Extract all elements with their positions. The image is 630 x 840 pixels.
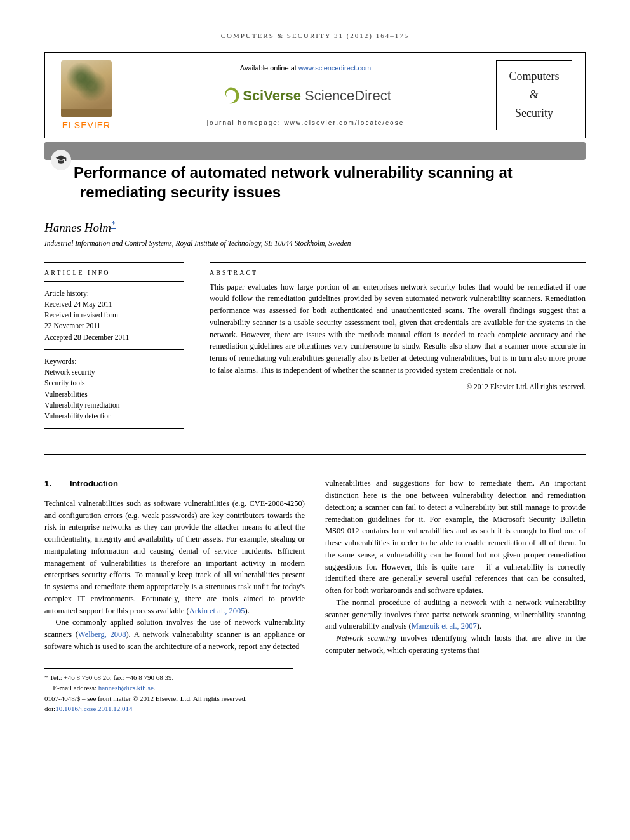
affiliation: Industrial Information and Control Syste… — [44, 239, 586, 247]
accepted-date: Accepted 28 December 2011 — [44, 332, 184, 343]
paper-title: Performance of automated network vulnera… — [44, 163, 586, 202]
available-prefix: Available online at — [240, 64, 298, 72]
corresponding-tel: * Tel.: +46 8 790 68 26; fax: +46 8 790 … — [44, 672, 293, 683]
graduation-cap-icon — [51, 150, 71, 170]
email-link[interactable]: hannesh@ics.kth.se — [98, 684, 154, 691]
sciverse-swirl-icon — [220, 85, 241, 107]
article-history: Article history: Received 24 May 2011 Re… — [44, 282, 184, 350]
doi-link[interactable]: 10.1016/j.cose.2011.12.014 — [55, 705, 133, 712]
issn-line: 0167-4048/$ – see front matter © 2012 El… — [44, 693, 293, 704]
abstract-text: This paper evaluates how large portion o… — [210, 281, 586, 377]
revised-date: 22 November 2011 — [44, 321, 184, 331]
emphasis: Network scanning — [337, 634, 396, 643]
corresponding-author-link[interactable]: * — [111, 220, 116, 229]
journal-title-line1: Computers — [499, 67, 569, 86]
author-name: Hannes Holm* — [44, 220, 586, 235]
publisher-name: ELSEVIER — [62, 120, 111, 130]
keywords-block: Keywords: Network security Security tool… — [44, 350, 184, 429]
revised-label: Received in revised form — [44, 310, 184, 321]
body-paragraph: Network scanning involves identifying wh… — [325, 632, 586, 657]
journal-cover: Computers & Security — [496, 60, 572, 130]
body-paragraph: One commonly applied solution involves t… — [44, 617, 305, 652]
history-label: Article history: — [44, 288, 184, 299]
keyword: Security tools — [44, 378, 184, 389]
corresponding-email: E-mail address: hannesh@ics.kth.se. — [44, 683, 293, 693]
running-head: COMPUTERS & SECURITY 31 (2012) 164–175 — [44, 32, 586, 39]
section-number: 1. — [44, 477, 70, 490]
citation-link[interactable]: Manzuik et al., 2007 — [412, 622, 477, 630]
header-center: Available online at www.sciencedirect.co… — [128, 60, 483, 130]
article-info-heading: ARTICLE INFO — [44, 262, 184, 282]
sciencedirect-link[interactable]: www.sciencedirect.com — [298, 64, 371, 72]
article-info: ARTICLE INFO Article history: Received 2… — [44, 262, 184, 429]
doi-line: doi:10.1016/j.cose.2011.12.014 — [44, 703, 293, 714]
journal-title-line2: & — [499, 86, 569, 104]
sciverse-wordmark: SciVerse ScienceDirect — [243, 88, 391, 104]
keyword: Network security — [44, 367, 184, 378]
divider — [44, 454, 586, 455]
citation-link[interactable]: Arkin et al., 2005 — [189, 606, 245, 615]
available-online: Available online at www.sciencedirect.co… — [240, 64, 371, 72]
received-date: Received 24 May 2011 — [44, 299, 184, 310]
citation-link[interactable]: Welberg, 2008 — [78, 630, 126, 639]
abstract: ABSTRACT This paper evaluates how large … — [210, 262, 586, 429]
keyword: Vulnerabilities — [44, 389, 184, 400]
keyword: Vulnerability remediation — [44, 400, 184, 411]
abstract-copyright: © 2012 Elsevier Ltd. All rights reserved… — [210, 383, 586, 390]
body-paragraph: Technical vulnerabilities such as softwa… — [44, 498, 305, 617]
section-heading: 1.Introduction — [44, 477, 305, 490]
abstract-heading: ABSTRACT — [210, 262, 586, 281]
elsevier-tree-icon — [61, 60, 112, 117]
keywords-label: Keywords: — [44, 356, 184, 367]
keyword: Vulnerability detection — [44, 411, 184, 422]
body-paragraph: The normal procedure of auditing a netwo… — [325, 597, 586, 632]
journal-homepage: journal homepage: www.elsevier.com/locat… — [207, 119, 404, 126]
sciverse-logo: SciVerse ScienceDirect — [220, 85, 391, 107]
body-paragraph: vulnerabilities and suggestions for how … — [325, 477, 586, 597]
journal-title-line3: Security — [499, 104, 569, 123]
publisher-logo: ELSEVIER — [58, 60, 115, 130]
journal-header: ELSEVIER Available online at www.science… — [44, 52, 586, 138]
footnotes: * Tel.: +46 8 790 68 26; fax: +46 8 790 … — [44, 668, 293, 714]
title-bar — [44, 142, 586, 160]
section-title: Introduction — [70, 479, 118, 488]
body-text: 1.Introduction Technical vulnerabilities… — [44, 477, 586, 656]
